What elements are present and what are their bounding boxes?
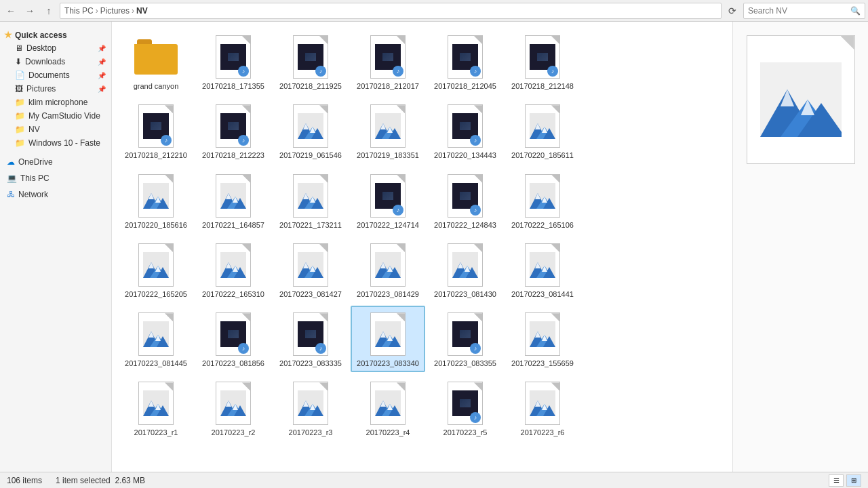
sidebar-label-pictures: Pictures [26,84,56,94]
video-file-icon: ♪ [448,174,483,218]
file-icon-container: ♪ [286,33,335,81]
main-area: ★ Quick access 🖥 Desktop 📌 ⬇ Downloads 📌… [0,22,868,472]
file-item[interactable]: 20170223_r1 [119,375,193,441]
sidebar-item-downloads[interactable]: ⬇ Downloads 📌 [0,55,111,68]
file-item[interactable]: 20170223_r3 [273,375,348,441]
list-view-button[interactable]: ☰ [829,474,844,487]
file-item[interactable]: 20170223_081427 [273,237,348,303]
video-file-icon: ♪ [448,35,483,79]
folder-win-icon: 📁 [15,138,25,148]
file-item[interactable]: 20170222_165310 [196,237,271,303]
back-button[interactable]: ← [3,3,19,19]
file-item[interactable]: 20170223_081441 [505,237,580,303]
music-badge: ♪ [238,135,249,146]
file-icon-container [286,171,335,220]
file-item[interactable]: 20170223_r2 [196,375,271,441]
file-item[interactable]: ♪ 20170222_124714 [351,167,425,234]
file-item[interactable]: 20170223_081429 [351,237,425,303]
sidebar-item-pictures[interactable]: 🖼 Pictures 📌 [0,82,111,96]
file-label: 20170223_081429 [357,289,419,299]
sidebar-label-nv: NV [28,125,40,134]
video-file-icon: ♪ [448,312,483,356]
sidebar-label-downloads: Downloads [25,57,65,66]
search-box: 🔍 [743,3,865,19]
file-label: 20170220_134443 [434,150,496,160]
file-item[interactable]: 20170221_164857 [196,167,271,234]
file-item[interactable]: ♪ 20170223_r5 [428,375,502,441]
image-file-icon [293,174,328,218]
preview-mountain-svg [760,62,842,137]
file-label: 20170220_185616 [125,220,187,230]
file-item[interactable]: ♪ 20170218_211925 [273,28,348,95]
breadcrumb[interactable]: This PC › Pictures › NV [60,3,722,19]
file-label: 20170218_212045 [434,81,496,91]
file-item[interactable]: 20170223_081430 [428,237,502,303]
file-label: 20170218_171355 [202,81,264,91]
sidebar-item-windows10[interactable]: 📁 Windows 10 - Faste [0,136,111,150]
file-area: grand canyon ♪ 20170218_171355 ♪ 2017021… [112,22,732,472]
breadcrumb-nv[interactable]: NV [136,6,148,16]
image-file-icon [138,312,174,356]
file-item[interactable]: 20170222_165106 [505,167,580,234]
file-item[interactable]: ♪ 20170220_134443 [428,98,502,164]
sidebar-item-desktop[interactable]: 🖥 Desktop 📌 [0,41,111,55]
file-label: 20170223_r2 [212,428,256,437]
file-label: 20170223_081427 [279,289,342,299]
file-item[interactable]: ♪ 20170218_212210 [119,98,193,164]
file-grid-container[interactable]: grand canyon ♪ 20170218_171355 ♪ 2017021… [112,22,732,472]
file-item[interactable]: ♪ 20170218_171355 [196,28,271,95]
file-item[interactable]: 20170223_r4 [351,375,425,441]
quick-access-header[interactable]: ★ Quick access [0,27,111,41]
search-input[interactable] [748,6,850,16]
file-item[interactable]: 20170220_185611 [505,98,580,164]
file-item[interactable]: ♪ 20170218_212045 [428,28,502,95]
file-label: 20170221_164857 [202,220,264,230]
refresh-button[interactable]: ⟳ [724,3,741,19]
file-icon-container [363,379,412,428]
breadcrumb-pictures[interactable]: Pictures [100,6,130,16]
mountain-svg [143,390,169,416]
sidebar-item-onedrive[interactable]: ☁ OneDrive [0,155,111,169]
mountain-svg [298,252,323,278]
grid-view-button[interactable]: ⊞ [846,474,861,487]
preview-icon-large [747,35,855,164]
file-item[interactable]: 20170219_183351 [351,98,425,164]
file-item[interactable]: 20170219_061546 [273,98,348,164]
file-item[interactable]: ♪ 20170223_083335 [273,306,348,372]
file-item[interactable]: ♪ 20170222_124843 [428,167,502,234]
mountain-svg [298,183,323,209]
file-icon-container: ♪ [209,310,258,359]
sidebar-item-nv[interactable]: 📁 NV [0,123,111,136]
file-item[interactable]: 20170223_155659 [505,306,580,372]
sidebar-item-camstudio[interactable]: 📁 My CamStudio Vide [0,109,111,123]
sidebar-item-this-pc[interactable]: 💻 This PC [0,171,111,185]
forward-button[interactable]: → [22,3,38,19]
search-icon: 🔍 [850,6,861,16]
file-icon-container [209,379,258,428]
file-item[interactable]: 20170222_165205 [119,237,193,303]
file-item[interactable]: 20170223_081445 [119,306,193,372]
file-icon-container: ♪ [132,102,180,150]
file-item[interactable]: ♪ 20170218_212223 [196,98,271,164]
file-item[interactable]: ♪ 20170218_212148 [505,28,580,95]
file-icon-container [518,102,567,150]
file-label: 20170222_165205 [125,289,187,299]
file-item[interactable]: 20170220_185616 [119,167,193,234]
file-item[interactable]: ♪ 20170218_212017 [351,28,425,95]
sidebar-label-network: Network [18,190,48,199]
status-bar: 106 items 1 item selected 2.63 MB ☰ ⊞ [0,472,868,488]
file-item[interactable]: 20170221_173211 [273,167,348,234]
file-item[interactable]: grand canyon [119,28,193,95]
file-item[interactable]: 20170223_083340 [351,306,425,372]
up-button[interactable]: ↑ [41,3,57,19]
file-item[interactable]: ♪ 20170223_083355 [428,306,502,372]
sidebar-item-documents[interactable]: 📄 Documents 📌 [0,68,111,82]
file-icon-container [518,310,567,359]
mountain-svg [530,321,555,347]
image-file-icon [525,174,560,218]
sidebar-item-network[interactable]: 🖧 Network [0,188,111,201]
breadcrumb-this-pc[interactable]: This PC [64,6,94,16]
file-item[interactable]: ♪ 20170223_081856 [196,306,271,372]
file-item[interactable]: 20170223_r6 [505,375,580,441]
sidebar-item-klim[interactable]: 📁 klim microphone [0,96,111,109]
